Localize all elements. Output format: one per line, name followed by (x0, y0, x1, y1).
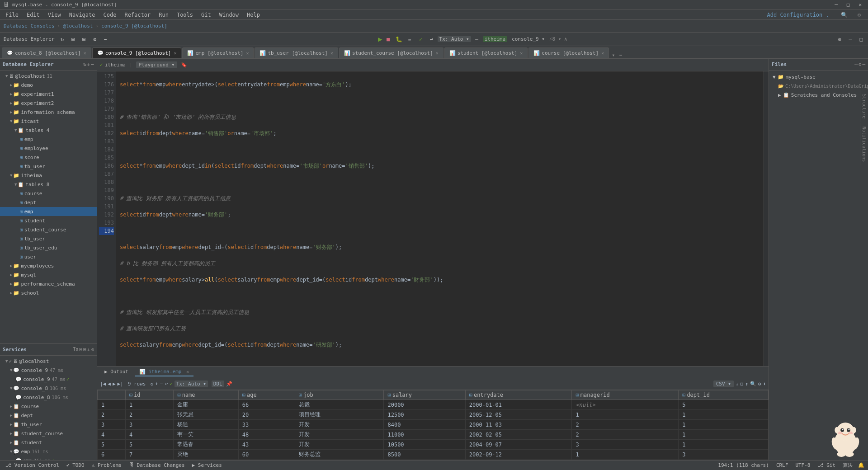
cell-managerid[interactable]: 3 (572, 440, 679, 450)
cell-entrydate[interactable]: 2004-09-07 (465, 440, 572, 450)
add-row-btn[interactable]: + (155, 381, 158, 387)
itheima-emp-tab[interactable]: 📊 itheima.emp ✕ (135, 368, 193, 376)
toolbar-settings[interactable]: ⚙ (854, 11, 864, 19)
cell-id[interactable]: 7 (125, 450, 173, 460)
menu-git[interactable]: Git (198, 11, 215, 19)
sort-btn[interactable]: ↕ (745, 381, 748, 387)
cell-entrydate[interactable]: 2005-12-05 (465, 410, 572, 420)
row-num[interactable]: 3 (98, 420, 126, 430)
cell-managerid[interactable]: 2 (572, 430, 679, 440)
encoding-indicator[interactable]: CRLF (774, 462, 790, 468)
tb-more2[interactable]: ⋯ (472, 34, 482, 44)
git-indicator[interactable]: ⎇ Git (816, 462, 838, 468)
tree-demo[interactable]: ▶ 📁 demo (0, 80, 97, 89)
files-settings[interactable]: ⚙ (859, 61, 862, 67)
menu-code[interactable]: Code (100, 11, 120, 19)
tab-student[interactable]: 📊 student [@localhost] ✕ (444, 47, 528, 58)
svc-tx[interactable]: Tx (73, 347, 78, 352)
search-data-btn[interactable]: 🔍 (750, 381, 756, 387)
breadcrumb-db-consoles[interactable]: Database Consoles (4, 23, 55, 29)
files-more[interactable]: ⋯ (854, 61, 858, 67)
svc-console9-child[interactable]: 💬 console_9 47 ms ✓ (0, 375, 97, 384)
menu-tools[interactable]: Tools (173, 11, 197, 19)
menu-file[interactable]: File (2, 11, 22, 19)
col-header-id[interactable]: ⊞id (125, 390, 173, 400)
cell-age[interactable]: 43 (238, 440, 295, 450)
db-more-icon[interactable]: ⋯ (91, 61, 94, 67)
tb-stop[interactable]: ■ (383, 34, 393, 44)
col-header-salary[interactable]: ⊞salary (384, 390, 465, 400)
cell-job[interactable]: 开发 (295, 440, 384, 450)
tab-course[interactable]: 📊 course [@localhost] ✕ (528, 47, 609, 58)
tree-itcast-tbuser[interactable]: ⊞ tb_user (0, 162, 97, 171)
col-header-row[interactable] (98, 390, 126, 400)
row-num[interactable]: 1 (98, 400, 126, 410)
branch-indicator[interactable]: 算法 (841, 462, 854, 469)
cell-managerid[interactable]: 2 (572, 420, 679, 430)
cell-deptid[interactable]: 1 (679, 410, 769, 420)
tree-itheima-tbuser-edu[interactable]: ⊞ tb_user_edu (0, 243, 97, 252)
cell-age[interactable]: 66 (238, 400, 295, 410)
svc-localhost[interactable]: ▼ ✓ 🖥 @localhost (0, 357, 97, 366)
tab-tbuser[interactable]: 📊 tb_user [@localhost] ✕ (255, 47, 338, 58)
svc-dept[interactable]: ▶ 📋 dept (0, 411, 97, 420)
cell-job[interactable]: 开发 (295, 430, 384, 440)
col-header-job[interactable]: ⊞job (295, 390, 384, 400)
tree-itcast-employee[interactable]: ⊞ employee (0, 144, 97, 153)
row-num[interactable]: 6 (98, 450, 126, 460)
menu-refactor[interactable]: Refactor (121, 11, 154, 19)
tree-itheima-course[interactable]: ⊞ course (0, 189, 97, 198)
tb-debug[interactable]: 🐛 (394, 34, 404, 44)
col-header-deptid[interactable]: ⊞dept_id (679, 390, 769, 400)
svc-emp[interactable]: ▼ 💬 emp 161 ms (0, 447, 97, 456)
notification-tab[interactable]: Notifications (860, 123, 868, 165)
maximize-data[interactable]: ⬆ (763, 381, 766, 387)
file-mysql-base[interactable]: ▼ 📁 mysql-base (769, 72, 868, 81)
cell-age[interactable]: 48 (238, 430, 295, 440)
row-num[interactable]: 4 (98, 430, 126, 440)
services-btn[interactable]: ▶ Services (190, 462, 224, 468)
tb-rollback[interactable]: ↩ (427, 34, 437, 44)
svc-console8[interactable]: ▼ 💬 console_8 106 ms (0, 384, 97, 393)
cell-id[interactable]: 2 (125, 410, 173, 420)
maximize-btn[interactable]: □ (844, 2, 853, 8)
cell-name[interactable]: 常遇春 (174, 440, 238, 450)
menu-view[interactable]: View (44, 11, 65, 19)
toolbar-search[interactable]: 🔍 (837, 11, 851, 19)
output-tab-btn[interactable]: ▶ Output (100, 368, 133, 376)
cell-entrydate[interactable]: 2000-11-03 (465, 420, 572, 430)
add-config-btn[interactable]: Add Configuration . (763, 11, 832, 19)
tab-close-student[interactable]: ✕ (520, 51, 523, 56)
export-btn[interactable]: ↓ (736, 381, 739, 387)
row-num[interactable]: 2 (98, 410, 126, 420)
cell-salary[interactable]: 10500 (384, 440, 465, 450)
tab-close-console8[interactable]: ✕ (84, 51, 86, 56)
tab-close-course[interactable]: ✕ (601, 51, 604, 56)
tree-performance-schema[interactable]: ▶ 📁 performance_schema (0, 279, 97, 288)
cell-salary[interactable]: 8400 (384, 420, 465, 430)
tree-school[interactable]: ▶ 📁 school (0, 288, 97, 297)
bookmark-btn[interactable]: 🔖 (181, 62, 187, 68)
cell-entrydate[interactable]: 2000-01-01 (465, 400, 572, 410)
files-minimize[interactable]: ─ (862, 61, 865, 67)
tree-itcast-emp[interactable]: ⊞ emp (0, 135, 97, 144)
tab-close-emp[interactable]: ✕ (246, 51, 249, 56)
menu-run[interactable]: Run (155, 11, 172, 19)
cell-name[interactable]: 金庸 (174, 400, 238, 410)
cell-name[interactable]: 杨逍 (174, 420, 238, 430)
cell-salary[interactable]: 8500 (384, 450, 465, 460)
tx-mode[interactable]: Tx: Auto ▾ (438, 36, 471, 42)
nav-first[interactable]: |◀ (100, 381, 106, 387)
tab-overflow[interactable]: ▾ (610, 52, 617, 58)
cell-salary[interactable]: 11000 (384, 430, 465, 440)
tab-close-console9[interactable]: ✕ (174, 51, 176, 56)
problems-btn[interactable]: ⚠ Problems (90, 462, 123, 468)
nav-prev[interactable]: ◀ (108, 381, 111, 387)
cell-id[interactable]: 4 (125, 430, 173, 440)
tree-itheima-dept[interactable]: ⊞ dept (0, 198, 97, 207)
editor-scrollbar[interactable] (763, 71, 769, 366)
col-header-age[interactable]: ⊞age (238, 390, 295, 400)
menu-navigate[interactable]: Navigate (66, 11, 99, 19)
cell-salary[interactable]: 12500 (384, 410, 465, 420)
svc-expand[interactable]: ⊞ (83, 347, 86, 352)
